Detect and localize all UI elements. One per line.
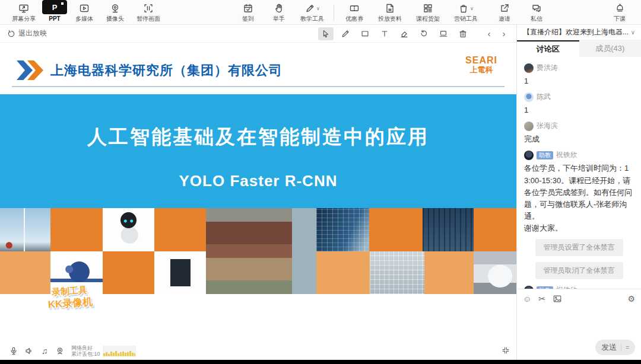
sparkline-bars [103, 346, 136, 356]
header-rule [12, 86, 504, 87]
undo-icon [419, 29, 429, 39]
avatar[interactable] [524, 151, 534, 160]
toolbar-item-raise-hand[interactable]: 举手 [264, 2, 294, 23]
toolbar-item-label: 多媒体 [75, 15, 93, 23]
toolbar-item-course-shelf[interactable]: 课程货架 [409, 2, 447, 23]
toolbar-item-ppt[interactable]: P PPT [40, 2, 69, 22]
collapse-fullscreen-icon[interactable] [501, 346, 510, 357]
network-quality: 网络良好 [71, 345, 100, 351]
wind-turbine-photo [0, 208, 50, 251]
toolbar-item-coupon[interactable]: 优惠券 [338, 2, 371, 23]
end-class-icon [614, 2, 625, 14]
orange-tile [474, 208, 516, 251]
send-options-icon[interactable]: = [626, 344, 629, 351]
avatar[interactable] [524, 92, 534, 102]
exit-playback-button[interactable]: 退出放映 [7, 28, 47, 39]
toolbar-item-teaching-tools[interactable]: ∨ 教学工具 [294, 2, 330, 23]
tab-members[interactable]: 成员(43) [579, 40, 641, 57]
coupon-icon [349, 2, 360, 14]
toolbar-item-label: 摄像头 [106, 15, 124, 23]
microphone-icon[interactable] [6, 346, 21, 356]
toolbar-item-screen-share[interactable]: 屏幕分享 [7, 2, 40, 23]
camera-icon [110, 2, 120, 14]
text-tool-button[interactable] [377, 27, 392, 40]
toolbar-item-sign-in[interactable]: 签到 [233, 2, 264, 23]
chevron-down-icon: ∨ [316, 6, 320, 11]
toolbar-item-camera[interactable]: 摄像头 [100, 2, 131, 23]
delete-annotation-button[interactable] [455, 27, 471, 40]
system-message: 管理员设置了全体禁言 [535, 239, 623, 256]
orange-tile [424, 251, 474, 294]
chat-input-toolbar: ☺ ✂ ⚙ [523, 294, 635, 304]
toolbar-item-multimedia[interactable]: 多媒体 [69, 2, 100, 23]
avatar[interactable] [524, 122, 534, 131]
toolbar-divider [334, 5, 334, 20]
toolbar-item-label: 举手 [273, 15, 285, 23]
send-button[interactable]: 发送 = [595, 340, 635, 355]
toolbar-item-materials[interactable]: 投放资料 [371, 2, 409, 23]
network-sparkline[interactable] [103, 346, 136, 356]
screenshot-icon[interactable]: ✂ [538, 294, 545, 304]
clear-screen-button[interactable] [436, 27, 451, 40]
materials-icon [385, 2, 395, 14]
image-upload-icon[interactable] [553, 294, 562, 304]
toolbar-item-label: 优惠券 [345, 15, 363, 23]
toolbar-item-end-class[interactable]: 下课 [604, 2, 635, 23]
photo-mosaic [0, 208, 516, 294]
avatar[interactable] [524, 63, 534, 73]
background-music-icon[interactable]: ♫ [37, 346, 52, 356]
toolbar-item-label: 投放资料 [378, 15, 402, 23]
toolbar-item-invite[interactable]: 邀请 [488, 2, 521, 23]
toolbar-item-label: 教学工具 [300, 15, 324, 23]
system-message: 管理员取消了全体禁言 [535, 262, 623, 279]
chat-message-text: 各位学员，下午培训时间为：13:00-15:30。课程已经开始，请各位学员完成签… [524, 162, 634, 222]
ppt-icon: P [42, 2, 67, 14]
toolbar-item-pause-screen[interactable]: 暂停画面 [131, 2, 166, 23]
toolbar-item-label: PPT [49, 15, 60, 22]
emoji-icon[interactable]: ☺ [523, 294, 531, 304]
orange-tile [103, 251, 154, 294]
chat-tabs: 讨论区 成员(43) [517, 40, 641, 57]
send-row: 发送 = [523, 340, 635, 355]
prev-page-button[interactable]: ‹ [484, 28, 494, 39]
toolbar-item-direct-message[interactable]: 私信 [521, 2, 552, 23]
chat-input-area: ☺ ✂ ⚙ 发送 = [517, 289, 641, 360]
live-studio-window: 屏幕分享 P PPT 多媒体 摄像头 暂停画面 [0, 0, 641, 364]
toolbar-item-label: 邀请 [499, 15, 510, 23]
toolbar-item-marketing-tools[interactable]: ∨ 营销工具 [447, 2, 485, 23]
orange-tile [369, 208, 423, 251]
playback-toolbar: 退出放映 [0, 25, 516, 43]
electrical-cabinet-photo [423, 208, 474, 251]
chat-message: 陈武 1 [524, 92, 634, 116]
chat-username: 祝铁欣 [556, 150, 577, 160]
screen-share-icon [18, 2, 29, 14]
tab-discussion[interactable]: 讨论区 [517, 40, 579, 57]
pause-screen-icon [143, 2, 154, 14]
chat-settings-icon[interactable]: ⚙ [627, 294, 635, 304]
eraser-icon [399, 29, 409, 39]
webcam-icon[interactable] [52, 346, 68, 356]
robot-photo [103, 208, 154, 251]
chevron-down-icon: ∨ [470, 6, 474, 11]
chevron-down-icon[interactable]: ∨ [631, 29, 635, 36]
message-input[interactable] [523, 304, 635, 340]
toolbar-item-label: 下课 [614, 15, 626, 23]
rectangle-tool-button[interactable] [357, 27, 373, 40]
main-stage: 退出放映 [0, 25, 516, 360]
seari-logo: SEARI 上電科 [465, 56, 497, 74]
live-room-title: 【直播介绍】欢迎来到上海电器... [523, 27, 629, 37]
undo-button[interactable] [416, 27, 431, 40]
pen-tool-button[interactable] [338, 27, 353, 40]
speaker-icon[interactable] [21, 346, 37, 356]
chat-feed[interactable]: 费洪涛 1 陈武 1 张海滨 完成 [517, 57, 641, 289]
trash-icon [458, 29, 468, 39]
toolbar-item-label: 签到 [242, 15, 254, 23]
packet-loss: 累计丢包:10 [71, 351, 100, 357]
raise-hand-icon [274, 2, 284, 14]
double-chevron-icon [17, 60, 43, 80]
rectangle-icon [360, 29, 370, 39]
emc-chamber-photo [370, 251, 424, 294]
eraser-tool-button[interactable] [396, 27, 412, 40]
select-tool-button[interactable] [318, 27, 334, 40]
next-page-button[interactable]: › [499, 28, 509, 39]
